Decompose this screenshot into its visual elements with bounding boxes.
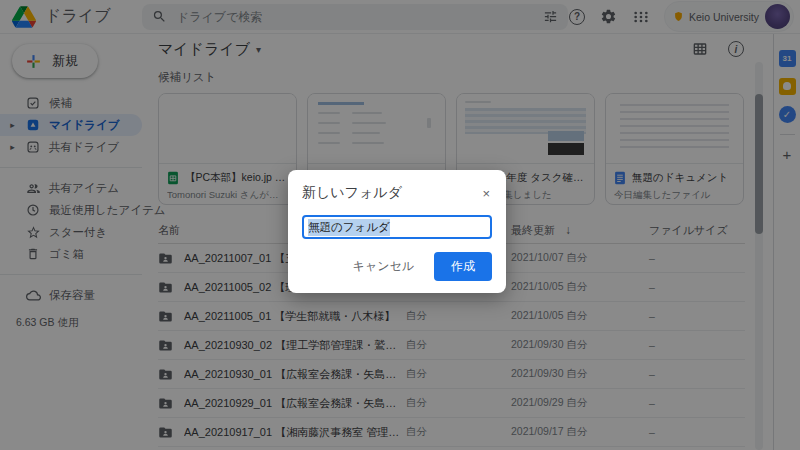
- new-folder-dialog: 新しいフォルダ × 無題のフォルダ キャンセル 作成: [288, 170, 506, 293]
- dialog-title: 新しいフォルダ: [302, 184, 402, 202]
- google-drive-window: ドライブ ? Keio U: [0, 0, 800, 450]
- create-button[interactable]: 作成: [434, 252, 492, 281]
- close-icon[interactable]: ×: [480, 185, 492, 202]
- folder-name-value: 無題のフォルダ: [308, 219, 390, 236]
- folder-name-input[interactable]: 無題のフォルダ: [302, 215, 492, 239]
- cancel-button[interactable]: キャンセル: [343, 252, 424, 281]
